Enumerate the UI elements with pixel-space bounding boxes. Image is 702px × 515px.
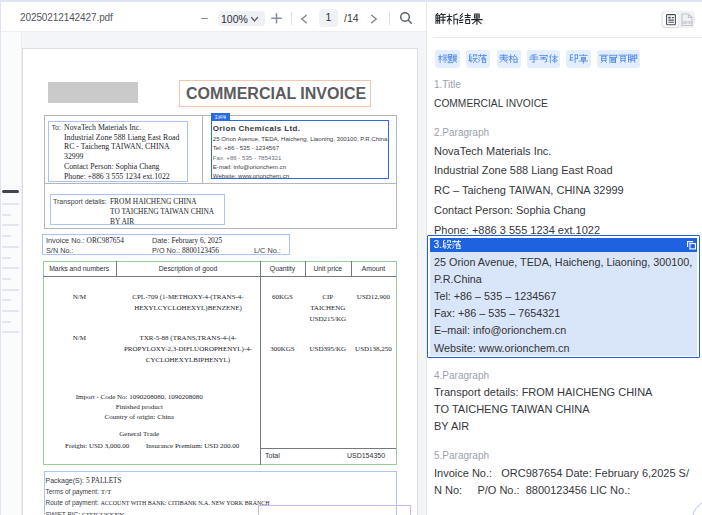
svg-text:JSON: JSON xyxy=(682,20,692,25)
